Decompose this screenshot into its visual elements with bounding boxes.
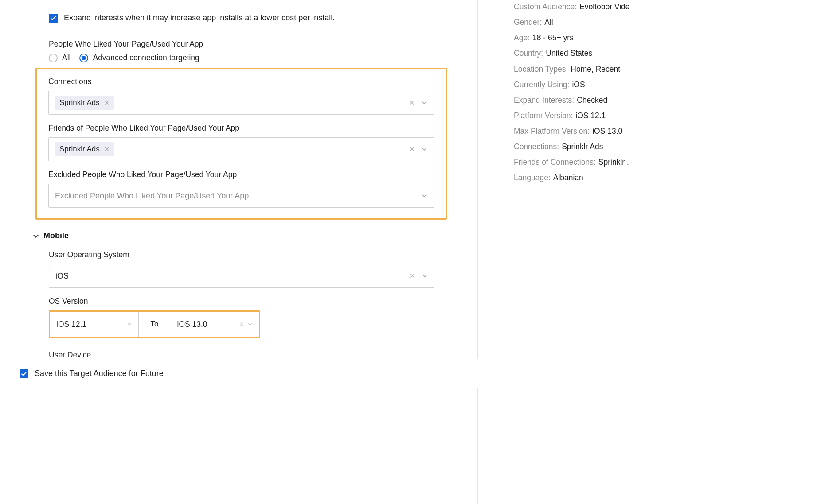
radio-advanced-label: Advanced connection targeting	[93, 53, 199, 62]
summary-platform-version: Platform Version: iOS 12.1	[514, 110, 813, 122]
summary-val: iOS 13.0	[592, 125, 622, 137]
chevron-down-icon[interactable]	[421, 146, 427, 152]
friends-combobox[interactable]: Sprinklr Ads ✕ ✕	[48, 137, 434, 161]
connections-field: Connections Sprinklr Ads ✕ ✕	[48, 77, 434, 115]
summary-key: Custom Audience:	[514, 1, 577, 13]
chevron-down-icon[interactable]	[421, 100, 427, 106]
user-os-field: User Operating System iOS ✕	[49, 250, 477, 288]
chevron-down-icon[interactable]	[422, 273, 428, 279]
radio-all-label: All	[62, 53, 70, 62]
summary-age: Age: 18 - 65+ yrs	[514, 32, 813, 44]
chip-label: Sprinklr Ads	[59, 98, 100, 107]
summary-key: Max Platform Version:	[514, 125, 590, 137]
os-to-select[interactable]: iOS 13.0 ✕	[171, 312, 259, 337]
excluded-field: Excluded People Who Liked Your Page/Used…	[48, 170, 434, 208]
user-os-combobox[interactable]: iOS ✕	[49, 264, 434, 288]
chip-label: Sprinklr Ads	[59, 145, 100, 154]
excluded-content: Excluded People Who Liked Your Page/Used…	[55, 191, 421, 201]
radio-all[interactable]: All	[49, 53, 70, 62]
chevron-down-icon	[32, 232, 40, 240]
summary-val: Sprinklr Ads	[562, 141, 603, 153]
excluded-placeholder: Excluded People Who Liked Your Page/Used…	[55, 191, 249, 201]
expand-interests-checkbox[interactable]	[49, 14, 58, 23]
summary-key: Country:	[514, 47, 543, 59]
friends-field: Friends of People Who Liked Your Page/Us…	[48, 124, 434, 161]
summary-friends-connections: Friends of Connections: Sprinklr .	[514, 156, 813, 168]
expand-interests-label: Expand interests when it may increase ap…	[64, 13, 335, 23]
footer-bar: Save this Target Audience for Future	[0, 359, 813, 388]
summary-gender: Gender: All	[514, 16, 813, 28]
divider	[77, 236, 433, 236]
chevron-down-icon[interactable]	[127, 322, 132, 327]
os-from-select[interactable]: iOS 12.1	[50, 312, 139, 337]
summary-val: 18 - 65+ yrs	[532, 32, 574, 44]
summary-key: Platform Version:	[514, 110, 573, 122]
summary-val: Home, Recent	[571, 63, 620, 75]
connections-chips: Sprinklr Ads ✕	[55, 96, 409, 110]
summary-key: Friends of Connections:	[514, 156, 596, 168]
summary-connections: Connections: Sprinklr Ads	[514, 141, 813, 153]
friends-chip-0: Sprinklr Ads ✕	[55, 142, 114, 156]
radio-advanced[interactable]: Advanced connection targeting	[79, 53, 199, 62]
clear-icon[interactable]: ✕	[410, 272, 415, 280]
user-os-value: iOS	[55, 271, 69, 281]
expand-interests-row: Expand interests when it may increase ap…	[49, 13, 477, 23]
summary-key: Connections:	[514, 141, 559, 153]
summary-val: Checked	[577, 94, 607, 106]
people-section-heading: People Who Liked Your Page/Used Your App	[49, 39, 477, 49]
save-audience-label: Save this Target Audience for Future	[35, 369, 164, 378]
connection-targeting-radios: All Advanced connection targeting	[49, 53, 477, 62]
chevron-down-icon[interactable]	[421, 193, 427, 199]
check-icon	[50, 15, 56, 21]
chevron-down-icon[interactable]	[247, 322, 253, 327]
excluded-label: Excluded People Who Liked Your Page/Used…	[48, 170, 434, 179]
radio-all-circle	[49, 54, 58, 62]
summary-val: All	[544, 16, 553, 28]
summary-key: Gender:	[514, 16, 542, 28]
combo-controls	[421, 193, 427, 199]
user-device-label: User Device	[49, 350, 477, 360]
mobile-accordion-header[interactable]: Mobile	[32, 231, 433, 240]
radio-advanced-dot	[82, 56, 86, 60]
targeting-summary-sidebar: Custom Audience: Evoltobor Vide Gender: …	[514, 0, 813, 188]
summary-key: Expand Interests:	[514, 94, 574, 106]
chip-remove-icon[interactable]: ✕	[104, 146, 109, 153]
save-audience-checkbox[interactable]	[20, 369, 28, 378]
summary-val: Albanian	[553, 172, 583, 184]
os-to-label: To	[139, 312, 171, 337]
os-to-controls: ✕	[239, 321, 253, 327]
connections-label: Connections	[48, 77, 434, 86]
main-form-area: Expand interests when it may increase ap…	[0, 0, 478, 504]
friends-chips: Sprinklr Ads ✕	[55, 142, 409, 156]
connections-combobox[interactable]: Sprinklr Ads ✕ ✕	[48, 91, 434, 115]
os-to-value: iOS 13.0	[177, 320, 207, 329]
os-version-label: OS Version	[49, 297, 477, 306]
clear-icon[interactable]: ✕	[239, 321, 244, 327]
summary-key: Language:	[514, 172, 551, 184]
os-from-value: iOS 12.1	[56, 320, 86, 329]
os-version-range: iOS 12.1 To iOS 13.0 ✕	[49, 310, 260, 338]
summary-val: Sprinklr .	[598, 156, 629, 168]
os-version-field: OS Version iOS 12.1 To iOS 13.0 ✕	[49, 297, 477, 338]
check-icon	[21, 371, 27, 377]
clear-icon[interactable]: ✕	[409, 99, 415, 107]
radio-advanced-circle	[79, 54, 88, 62]
excluded-combobox[interactable]: Excluded People Who Liked Your Page/Used…	[48, 184, 434, 208]
mobile-title: Mobile	[43, 231, 69, 240]
summary-val: United States	[546, 47, 592, 59]
summary-key: Age:	[514, 32, 530, 44]
summary-val: iOS 12.1	[575, 110, 606, 122]
summary-key: Currently Using:	[514, 79, 569, 91]
summary-max-platform-version: Max Platform Version: iOS 13.0	[514, 125, 813, 137]
clear-icon[interactable]: ✕	[409, 145, 415, 153]
user-os-label: User Operating System	[49, 250, 477, 260]
chip-remove-icon[interactable]: ✕	[104, 99, 109, 106]
combo-controls: ✕	[409, 99, 427, 107]
summary-val: iOS	[572, 79, 585, 91]
connections-chip-0: Sprinklr Ads ✕	[55, 96, 114, 110]
summary-language: Language: Albanian	[514, 172, 813, 184]
os-from-controls	[127, 322, 132, 327]
summary-currently-using: Currently Using: iOS	[514, 79, 813, 91]
friends-label: Friends of People Who Liked Your Page/Us…	[48, 124, 434, 133]
connections-highlight-box: Connections Sprinklr Ads ✕ ✕ Friends of …	[35, 68, 447, 220]
